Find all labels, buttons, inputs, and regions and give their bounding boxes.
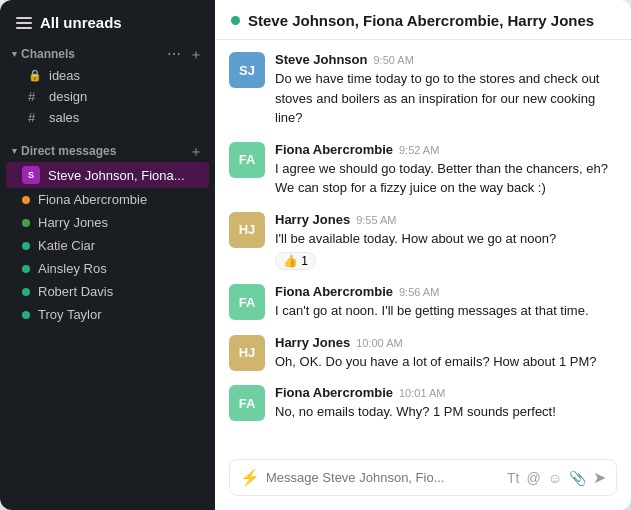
avatar-dm-0: S — [22, 166, 40, 184]
status-dot-robert — [22, 288, 30, 296]
dm-name-robert: Robert Davis — [38, 284, 113, 299]
msg-author-0: Steve Johnson — [275, 52, 367, 67]
sidebar-title: All unreads — [40, 14, 122, 31]
messages-list: SJ Steve Johnson 9:50 AM Do we have time… — [215, 40, 631, 449]
message-3: FA Fiona Abercrombie 9:56 AM I can't go … — [229, 284, 617, 321]
message-0: SJ Steve Johnson 9:50 AM Do we have time… — [229, 52, 617, 128]
dm-name-katie: Katie Ciar — [38, 238, 95, 253]
channel-item-design[interactable]: # design — [6, 86, 209, 107]
send-button[interactable]: ➤ — [593, 468, 606, 487]
dm-item-ainsley[interactable]: Ainsley Ros — [6, 257, 209, 280]
msg-text-4: Oh, OK. Do you have a lot of emails? How… — [275, 352, 597, 372]
msg-time-5: 10:01 AM — [399, 387, 445, 399]
app-container: All unreads ▾ Channels ⋯ ＋ 🔒 ideas # des… — [0, 0, 631, 510]
dm-item-troy[interactable]: Troy Taylor — [6, 303, 209, 326]
msg-author-2: Harry Jones — [275, 212, 350, 227]
channels-label: Channels — [21, 47, 75, 61]
emoji-icon[interactable]: ☺ — [548, 470, 562, 486]
dm-item-harry[interactable]: Harry Jones — [6, 211, 209, 234]
channel-item-sales[interactable]: # sales — [6, 107, 209, 128]
status-dot-ainsley — [22, 265, 30, 273]
channels-more-btn[interactable]: ⋯ — [165, 47, 183, 61]
msg-text-0: Do we have time today to go to the store… — [275, 69, 617, 128]
reaction-thumbs-up[interactable]: 👍 1 — [275, 252, 316, 270]
dm-add-btn[interactable]: ＋ — [187, 144, 205, 158]
avatar-2: HJ — [229, 212, 265, 248]
msg-author-1: Fiona Abercrombie — [275, 142, 393, 157]
dm-section-header[interactable]: ▾ Direct messages ＋ — [0, 138, 215, 162]
chevron-icon: ▾ — [12, 49, 17, 59]
attachment-icon[interactable]: 📎 — [569, 470, 586, 486]
status-dot-katie — [22, 242, 30, 250]
avatar-1: FA — [229, 142, 265, 178]
message-5: FA Fiona Abercrombie 10:01 AM No, no ema… — [229, 385, 617, 422]
dm-item-robert[interactable]: Robert Davis — [6, 280, 209, 303]
dm-name-troy: Troy Taylor — [38, 307, 102, 322]
chat-area: Steve Johnson, Fiona Abercrombie, Harry … — [215, 0, 631, 510]
message-input[interactable] — [266, 470, 501, 485]
msg-time-4: 10:00 AM — [356, 337, 402, 349]
sidebar-header: All unreads — [0, 0, 215, 41]
chat-input-box: ⚡ Tt @ ☺ 📎 ➤ — [229, 459, 617, 496]
msg-time-2: 9:55 AM — [356, 214, 396, 226]
bolt-icon[interactable]: ⚡ — [240, 468, 260, 487]
status-dot-harry — [22, 219, 30, 227]
menu-icon[interactable] — [16, 17, 32, 29]
lock-icon: 🔒 — [28, 69, 42, 82]
dm-item-steve-fiona[interactable]: S Steve Johnson, Fiona... — [6, 162, 209, 188]
hash-icon: # — [28, 89, 42, 104]
message-1: FA Fiona Abercrombie 9:52 AM I agree we … — [229, 142, 617, 198]
avatar-3: FA — [229, 284, 265, 320]
chat-title: Steve Johnson, Fiona Abercrombie, Harry … — [248, 12, 594, 29]
msg-time-1: 9:52 AM — [399, 144, 439, 156]
text-format-icon[interactable]: Tt — [507, 470, 519, 486]
msg-text-1: I agree we should go today. Better than … — [275, 159, 617, 198]
message-2: HJ Harry Jones 9:55 AM I'll be available… — [229, 212, 617, 271]
channel-name-sales: sales — [49, 110, 79, 125]
chat-input-area: ⚡ Tt @ ☺ 📎 ➤ — [215, 449, 631, 510]
chat-header: Steve Johnson, Fiona Abercrombie, Harry … — [215, 0, 631, 40]
avatar-0: SJ — [229, 52, 265, 88]
channels-add-btn[interactable]: ＋ — [187, 47, 205, 61]
message-4: HJ Harry Jones 10:00 AM Oh, OK. Do you h… — [229, 335, 617, 372]
channel-name-ideas: ideas — [49, 68, 80, 83]
msg-text-2: I'll be available today. How about we go… — [275, 229, 556, 249]
msg-author-3: Fiona Abercrombie — [275, 284, 393, 299]
channel-item-ideas[interactable]: 🔒 ideas — [6, 65, 209, 86]
msg-text-5: No, no emails today. Why? 1 PM sounds pe… — [275, 402, 556, 422]
msg-time-0: 9:50 AM — [373, 54, 413, 66]
dm-name-ainsley: Ainsley Ros — [38, 261, 107, 276]
dm-name-fiona: Fiona Abercrombie — [38, 192, 147, 207]
msg-author-5: Fiona Abercrombie — [275, 385, 393, 400]
status-dot-fiona — [22, 196, 30, 204]
avatar-4: HJ — [229, 335, 265, 371]
dm-name-harry: Harry Jones — [38, 215, 108, 230]
chevron-icon: ▾ — [12, 146, 17, 156]
msg-author-4: Harry Jones — [275, 335, 350, 350]
hash-icon: # — [28, 110, 42, 125]
dm-item-fiona[interactable]: Fiona Abercrombie — [6, 188, 209, 211]
sidebar: All unreads ▾ Channels ⋯ ＋ 🔒 ideas # des… — [0, 0, 215, 510]
channels-section-header[interactable]: ▾ Channels ⋯ ＋ — [0, 41, 215, 65]
avatar-5: FA — [229, 385, 265, 421]
channel-name-design: design — [49, 89, 87, 104]
dm-item-katie[interactable]: Katie Ciar — [6, 234, 209, 257]
msg-text-3: I can't go at noon. I'll be getting mess… — [275, 301, 589, 321]
msg-time-3: 9:56 AM — [399, 286, 439, 298]
online-status-dot — [231, 16, 240, 25]
dm-name-0: Steve Johnson, Fiona... — [48, 168, 185, 183]
status-dot-troy — [22, 311, 30, 319]
at-icon[interactable]: @ — [526, 470, 540, 486]
dm-label: Direct messages — [21, 144, 116, 158]
